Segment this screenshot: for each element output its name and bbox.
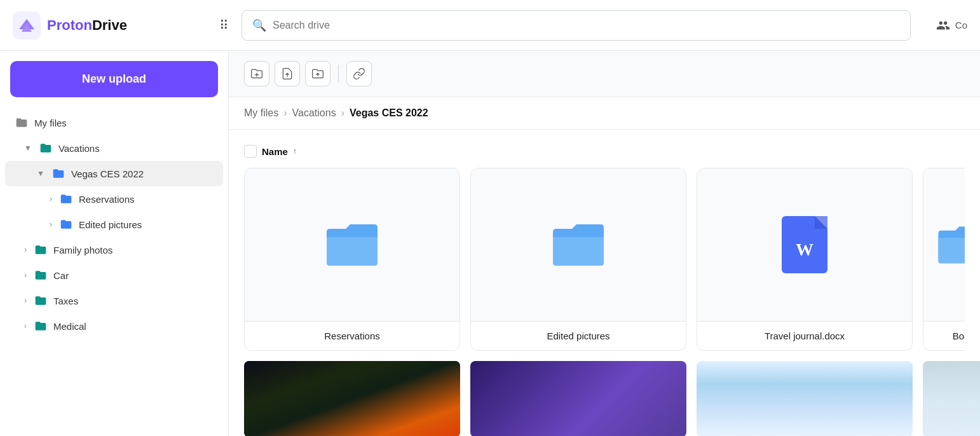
sidebar-item-label: Taxes bbox=[53, 296, 78, 306]
file-card-label: Edited pictures bbox=[471, 321, 686, 350]
chevron-right-icon: › bbox=[24, 245, 27, 254]
sidebar-item-taxes[interactable]: › Taxes bbox=[5, 288, 223, 313]
sidebar-item-vegas-ces-2022[interactable]: ▼ Vegas CES 2022 bbox=[5, 161, 223, 186]
sidebar-item-my-files[interactable]: My files bbox=[5, 110, 223, 135]
chevron-right-icon: › bbox=[24, 271, 27, 280]
folder-icon bbox=[34, 294, 47, 307]
upload-file-button[interactable] bbox=[275, 61, 300, 86]
folder-icon bbox=[34, 243, 47, 256]
folder-icon bbox=[39, 142, 52, 154]
sidebar-item-label: Vegas CES 2022 bbox=[71, 168, 144, 179]
breadcrumb-sep-2: › bbox=[341, 107, 344, 119]
toolbar-separator bbox=[338, 65, 339, 83]
content-area: My files › Vacations › Vegas CES 2022 Na… bbox=[229, 51, 980, 436]
sidebar-item-label: Reservations bbox=[79, 194, 135, 205]
user-label: Co bbox=[955, 20, 967, 31]
folder-icon bbox=[34, 320, 47, 332]
svg-text:W: W bbox=[796, 240, 813, 259]
chevron-right-icon: › bbox=[24, 296, 27, 305]
sidebar: New upload My files ▼ Vacations ▼ Vegas … bbox=[0, 51, 229, 436]
breadcrumb: My files › Vacations › Vegas CES 2022 bbox=[229, 97, 980, 130]
sidebar-item-family-photos[interactable]: › Family photos bbox=[5, 237, 223, 262]
image-preview-dark bbox=[244, 361, 460, 436]
people-icon bbox=[936, 18, 950, 32]
image-thumbnail-4[interactable] bbox=[923, 361, 980, 436]
image-thumbnail-3[interactable] bbox=[697, 361, 913, 436]
image-thumbnail-1[interactable] bbox=[244, 361, 460, 436]
select-all-checkbox[interactable] bbox=[244, 145, 257, 158]
file-card-edited-pictures[interactable]: Edited pictures bbox=[470, 168, 686, 351]
get-link-button[interactable] bbox=[346, 61, 372, 86]
upload-file-icon bbox=[281, 67, 294, 80]
image-preview-purple bbox=[470, 361, 686, 436]
file-card-label: Boa bbox=[923, 321, 965, 350]
proton-logo-icon bbox=[13, 11, 41, 39]
file-card-label: Travel journal.docx bbox=[697, 321, 912, 350]
name-column-label: Name bbox=[262, 146, 288, 157]
sidebar-item-medical[interactable]: › Medical bbox=[5, 313, 223, 339]
folder-icon bbox=[34, 269, 47, 282]
sidebar-item-edited-pictures[interactable]: › Edited pictures bbox=[5, 212, 223, 237]
chevron-right-icon: › bbox=[50, 194, 52, 203]
drive-icon bbox=[15, 116, 28, 129]
search-bar[interactable]: 🔍 bbox=[242, 10, 911, 41]
image-preview-sky bbox=[697, 361, 913, 436]
chevron-right-icon: › bbox=[50, 220, 52, 229]
image-preview-gray bbox=[923, 361, 980, 436]
file-preview-travel-journal: W bbox=[697, 168, 912, 321]
folder-icon bbox=[52, 167, 65, 180]
sort-arrow-icon[interactable]: ↑ bbox=[293, 147, 297, 156]
main-layout: New upload My files ▼ Vacations ▼ Vegas … bbox=[0, 51, 980, 436]
folder-big-icon bbox=[550, 219, 607, 270]
image-row bbox=[244, 361, 965, 436]
word-doc-icon: W bbox=[782, 216, 827, 273]
sidebar-item-car[interactable]: › Car bbox=[5, 262, 223, 288]
breadcrumb-current: Vegas CES 2022 bbox=[350, 107, 428, 119]
upload-folder-button[interactable] bbox=[305, 61, 330, 86]
search-input[interactable] bbox=[273, 20, 900, 31]
sidebar-item-label: Car bbox=[53, 270, 69, 281]
file-preview-reservations bbox=[245, 168, 459, 321]
folder-icon bbox=[60, 193, 72, 205]
column-header-name: Name ↑ bbox=[244, 140, 965, 168]
user-area[interactable]: Co bbox=[936, 18, 967, 32]
sidebar-item-label: Medical bbox=[53, 321, 86, 332]
file-area: Name ↑ Reservations bbox=[229, 130, 980, 436]
sidebar-item-label: Vacations bbox=[58, 143, 100, 154]
search-icon: 🔍 bbox=[252, 18, 266, 32]
file-preview-boa bbox=[923, 168, 965, 321]
chevron-down-icon: ▼ bbox=[37, 169, 44, 178]
sidebar-item-label: Family photos bbox=[53, 245, 112, 255]
folder-big-icon bbox=[323, 219, 381, 270]
logo-area: ProtonDrive ⠿ bbox=[13, 11, 229, 39]
sidebar-item-reservations[interactable]: › Reservations bbox=[5, 186, 223, 212]
link-icon bbox=[353, 67, 365, 80]
logo-text: ProtonDrive bbox=[47, 17, 127, 34]
breadcrumb-my-files[interactable]: My files bbox=[244, 107, 278, 119]
file-preview-edited-pictures bbox=[471, 168, 686, 321]
sidebar-item-vacations[interactable]: ▼ Vacations bbox=[5, 135, 223, 161]
chevron-right-icon: › bbox=[24, 322, 27, 330]
folder-big-icon bbox=[936, 219, 965, 270]
chevron-down-icon: ▼ bbox=[24, 144, 32, 153]
app-header: ProtonDrive ⠿ 🔍 Co bbox=[0, 0, 980, 51]
file-card-label: Reservations bbox=[245, 321, 459, 350]
upload-folder-icon bbox=[311, 67, 324, 80]
toolbar bbox=[229, 51, 980, 97]
new-folder-button[interactable] bbox=[244, 61, 269, 86]
breadcrumb-vacations[interactable]: Vacations bbox=[292, 107, 336, 119]
file-card-reservations[interactable]: Reservations bbox=[244, 168, 460, 351]
folder-icon bbox=[60, 218, 72, 231]
breadcrumb-sep-1: › bbox=[283, 107, 287, 119]
image-thumbnail-2[interactable] bbox=[470, 361, 686, 436]
sidebar-item-label: Edited pictures bbox=[79, 219, 142, 230]
new-upload-button[interactable]: New upload bbox=[10, 61, 218, 97]
file-card-travel-journal[interactable]: W Travel journal.docx bbox=[697, 168, 913, 351]
file-grid: Reservations Edited pictures bbox=[244, 168, 965, 351]
grid-menu-icon[interactable]: ⠿ bbox=[219, 18, 229, 33]
sidebar-my-files-label: My files bbox=[34, 118, 67, 128]
file-card-boa[interactable]: Boa bbox=[923, 168, 965, 351]
new-folder-icon bbox=[250, 67, 263, 80]
